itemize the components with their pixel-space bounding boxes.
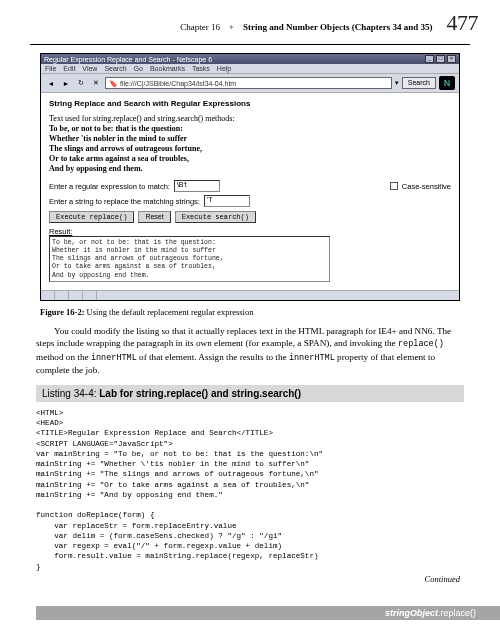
reset-button[interactable]: Reset	[138, 211, 170, 223]
diamond-separator-icon: ✦	[228, 23, 235, 32]
maximize-icon[interactable]: □	[436, 55, 445, 63]
poem-line: The slings and arrows of outrageous fort…	[49, 144, 451, 154]
execute-replace-button[interactable]: Execute replace()	[49, 211, 134, 223]
code-listing: <HTML> <HEAD> <TITLE>Regular Expression …	[36, 408, 464, 572]
poem-line: To be, or not to be: that is the questio…	[49, 124, 451, 134]
listing-label: Listing 34-4:	[42, 388, 96, 399]
menu-go[interactable]: Go	[134, 65, 143, 72]
menu-edit[interactable]: Edit	[63, 65, 75, 72]
continued-label: Continued	[0, 574, 460, 584]
replace-label: Enter a string to replace the matching s…	[49, 197, 200, 206]
url-dropdown-icon[interactable]: ▾	[395, 79, 399, 87]
browser-content: String Replace and Search with Regular E…	[41, 93, 459, 290]
footer-method: .replace()	[438, 608, 476, 618]
window-title: Regular Expression Replace and Search - …	[44, 56, 212, 63]
chapter-ref: Chapter 16	[180, 22, 220, 32]
page-number: 477	[447, 10, 479, 36]
listing-title: Lab for string.replace() and string.sear…	[99, 388, 301, 399]
regex-label: Enter a regular expression to match:	[49, 182, 170, 191]
footer-bar: stringObject.replace()	[36, 606, 500, 620]
menu-help[interactable]: Help	[217, 65, 231, 72]
poem-line: And by opposing end them.	[49, 164, 451, 174]
figure-label: Figure 16-2:	[40, 307, 84, 317]
regex-input[interactable]: \B't	[174, 180, 220, 192]
forward-icon[interactable]: ►	[60, 77, 72, 89]
poem-line: Or to take arms against a sea of trouble…	[49, 154, 451, 164]
poem-line: Whether 'tis nobler in the mind to suffe…	[49, 134, 451, 144]
body-paragraph: You could modify the listing so that it …	[36, 325, 464, 377]
figure-text: Using the default replacement regular ex…	[87, 307, 254, 317]
replace-input[interactable]: 'T	[204, 195, 250, 207]
case-sensitive-checkbox[interactable]	[390, 182, 398, 190]
menu-file[interactable]: File	[45, 65, 56, 72]
window-titlebar: Regular Expression Replace and Search - …	[41, 54, 459, 64]
header-rule	[30, 44, 470, 45]
execute-search-button[interactable]: Execute search()	[175, 211, 256, 223]
listing-header: Listing 34-4: Lab for string.replace() a…	[36, 385, 464, 402]
result-textarea[interactable]: To be, or not to be: that is the questio…	[49, 236, 330, 282]
footer-object: stringObject	[385, 608, 438, 618]
menubar: File Edit View Search Go Bookmarks Tasks…	[41, 64, 459, 74]
reload-icon[interactable]: ↻	[75, 77, 87, 89]
minimize-icon[interactable]: _	[425, 55, 434, 63]
menu-bookmarks[interactable]: Bookmarks	[150, 65, 185, 72]
page-heading: String Replace and Search with Regular E…	[49, 99, 451, 108]
statusbar	[41, 290, 459, 300]
menu-view[interactable]: View	[82, 65, 97, 72]
netscape-logo-icon: N	[439, 76, 455, 90]
close-icon[interactable]: ×	[447, 55, 456, 63]
menu-search[interactable]: Search	[104, 65, 126, 72]
browser-screenshot: Regular Expression Replace and Search - …	[40, 53, 460, 301]
case-label: Case-sensitive	[402, 182, 451, 191]
stop-icon[interactable]: ✕	[90, 77, 102, 89]
chapter-title: String and Number Objects (Chapters 34 a…	[243, 22, 433, 32]
result-label: Result:	[49, 227, 451, 236]
url-input[interactable]: 🔖 file:///C|/JSBible/Chap34/lst34-04.htm	[105, 77, 392, 89]
menu-tasks[interactable]: Tasks	[192, 65, 210, 72]
search-button[interactable]: Search	[402, 77, 436, 89]
page-header: Chapter 16 ✦ String and Number Objects (…	[0, 0, 500, 42]
poem-block: Text used for string.replace() and strin…	[49, 114, 451, 174]
toolbar: ◄ ► ↻ ✕ 🔖 file:///C|/JSBible/Chap34/lst3…	[41, 74, 459, 93]
figure-caption: Figure 16-2: Using the default replaceme…	[40, 307, 460, 317]
back-icon[interactable]: ◄	[45, 77, 57, 89]
poem-intro: Text used for string.replace() and strin…	[49, 114, 451, 124]
